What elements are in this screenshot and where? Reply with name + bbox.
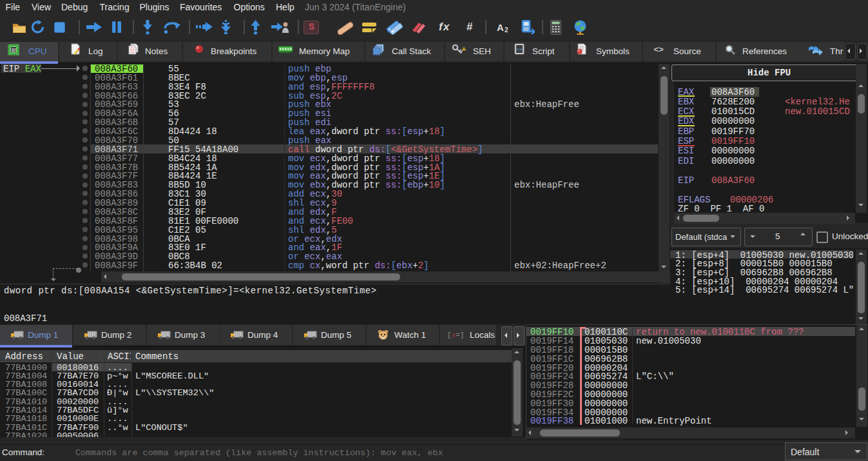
svg-text:<>: <> [653, 45, 664, 54]
svg-text:<>: <> [516, 46, 523, 52]
svg-text:32: 32 [11, 48, 16, 52]
